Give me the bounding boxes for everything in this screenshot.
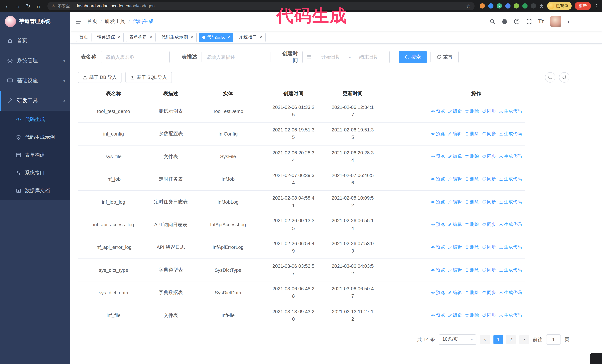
tab-0[interactable]: 首页 — [76, 32, 92, 42]
action-sync[interactable]: 同步 — [482, 131, 496, 137]
tab-4[interactable]: 代码生成 × — [199, 32, 234, 42]
action-eye[interactable]: 预览 — [431, 221, 445, 228]
action-edit[interactable]: 编辑 — [448, 312, 462, 318]
import-db-button[interactable]: 基于 DB 导入 — [78, 72, 122, 83]
action-delete[interactable]: 删除 — [465, 267, 479, 273]
action-sync[interactable]: 同步 — [482, 153, 496, 160]
extension-icon[interactable] — [480, 3, 485, 9]
action-download[interactable]: 生成代码 — [499, 199, 522, 205]
extension-icon[interactable] — [488, 3, 494, 9]
extension-icon[interactable] — [505, 3, 510, 9]
action-download[interactable]: 生成代码 — [499, 131, 522, 137]
sidebar-subitem-db[interactable]: 数据库文档 — [0, 182, 70, 200]
bookmark-star-icon[interactable]: ☆ — [466, 3, 471, 9]
hamburger-icon[interactable] — [75, 18, 82, 25]
action-sync[interactable]: 同步 — [482, 221, 496, 228]
close-icon[interactable]: × — [190, 35, 193, 40]
search-icon[interactable] — [489, 19, 495, 24]
import-sql-button[interactable]: 基于 SQL 导入 — [125, 72, 172, 83]
table-name-input[interactable] — [101, 51, 170, 63]
action-edit[interactable]: 编辑 — [448, 244, 462, 250]
table-desc-input[interactable] — [202, 51, 270, 63]
page-size-select[interactable]: 10条/页 ▾ — [439, 334, 476, 345]
tab-1[interactable]: 链路追踪 × — [94, 32, 124, 42]
action-download[interactable]: 生成代码 — [499, 312, 522, 318]
action-edit[interactable]: 编辑 — [448, 290, 462, 296]
browser-address-bar[interactable]: ⚠ 不安全 dashboard.yudao.iocoder.cn/tool/co… — [47, 2, 474, 10]
close-icon[interactable]: × — [150, 35, 152, 40]
action-delete[interactable]: 删除 — [465, 108, 479, 114]
action-delete[interactable]: 删除 — [465, 176, 479, 182]
action-edit[interactable]: 编辑 — [448, 199, 462, 205]
extension-icon[interactable] — [531, 3, 536, 9]
action-eye[interactable]: 预览 — [431, 153, 445, 160]
action-delete[interactable]: 删除 — [465, 199, 479, 205]
action-eye[interactable]: 预览 — [431, 108, 445, 114]
breadcrumb-parent[interactable]: 研发工具 — [105, 18, 125, 25]
tab-3[interactable]: 代码生成示例 × — [158, 32, 196, 42]
goto-page-input[interactable] — [546, 334, 561, 345]
action-delete[interactable]: 删除 — [465, 244, 479, 250]
action-eye[interactable]: 预览 — [431, 267, 445, 273]
action-download[interactable]: 生成代码 — [499, 176, 522, 182]
next-page-button[interactable]: › — [519, 335, 529, 344]
action-sync[interactable]: 同步 — [482, 267, 496, 273]
browser-menu-icon[interactable]: ⋮ — [594, 3, 598, 9]
chevron-down-icon[interactable]: ▾ — [568, 20, 570, 23]
breadcrumb-home[interactable]: 首页 — [87, 18, 97, 25]
action-download[interactable]: 生成代码 — [499, 153, 522, 160]
update-button[interactable]: 更新 — [575, 2, 591, 10]
action-delete[interactable]: 删除 — [465, 153, 479, 160]
prev-page-button[interactable]: ‹ — [480, 335, 490, 344]
close-icon[interactable]: × — [118, 35, 120, 40]
extension-icon[interactable] — [514, 3, 519, 9]
search-button[interactable]: 搜索 — [399, 51, 427, 63]
sidebar-item-home[interactable]: 首页 — [0, 31, 70, 51]
action-eye[interactable]: 预览 — [431, 244, 445, 250]
create-time-range[interactable]: 开始日期 - 结束日期 — [302, 51, 390, 63]
action-edit[interactable]: 编辑 — [448, 108, 462, 114]
action-edit[interactable]: 编辑 — [448, 131, 462, 137]
help-icon[interactable] — [514, 19, 520, 24]
action-download[interactable]: 生成代码 — [499, 290, 522, 296]
action-eye[interactable]: 预览 — [431, 290, 445, 296]
action-sync[interactable]: 同步 — [482, 108, 496, 114]
sidebar-subitem-shield[interactable]: 代码生成示例 — [0, 128, 70, 146]
puzzle-icon[interactable] — [539, 3, 544, 9]
close-icon[interactable]: × — [259, 35, 262, 40]
action-download[interactable]: 生成代码 — [499, 221, 522, 228]
browser-back-icon[interactable]: ← — [4, 2, 11, 10]
action-sync[interactable]: 同步 — [482, 312, 496, 318]
action-eye[interactable]: 预览 — [431, 176, 445, 182]
action-download[interactable]: 生成代码 — [499, 108, 522, 114]
action-edit[interactable]: 编辑 — [448, 267, 462, 273]
tab-2[interactable]: 表单构建 × — [126, 32, 156, 42]
sidebar-subitem-api[interactable]: 系统接口 — [0, 164, 70, 182]
action-sync[interactable]: 同步 — [482, 199, 496, 205]
sidebar-item-gear[interactable]: 系统管理 ▾ — [0, 51, 70, 71]
github-icon[interactable] — [501, 19, 507, 24]
sidebar-subitem-code[interactable]: </> 代码生成 — [0, 111, 70, 128]
page-button-1[interactable]: 1 — [494, 335, 503, 344]
action-sync[interactable]: 同步 — [482, 176, 496, 182]
fullscreen-icon[interactable] — [526, 19, 532, 24]
extension-icon[interactable] — [522, 3, 527, 9]
tab-5[interactable]: 系统接口 × — [236, 32, 266, 42]
app-logo[interactable]: 芋道管理系统 — [0, 12, 70, 31]
reset-button[interactable]: 重置 — [430, 51, 459, 63]
browser-reload-icon[interactable]: ↻ — [24, 2, 32, 10]
browser-forward-icon[interactable]: → — [14, 2, 22, 10]
action-eye[interactable]: 预览 — [431, 199, 445, 205]
action-edit[interactable]: 编辑 — [448, 221, 462, 228]
sidebar-subitem-form[interactable]: 表单构建 — [0, 146, 70, 164]
action-eye[interactable]: 预览 — [431, 312, 445, 318]
action-eye[interactable]: 预览 — [431, 131, 445, 137]
action-edit[interactable]: 编辑 — [448, 153, 462, 160]
extension-icon[interactable]: V — [497, 3, 502, 9]
hide-search-button[interactable] — [545, 72, 555, 83]
user-avatar[interactable] — [550, 16, 561, 27]
font-size-icon[interactable]: TT — [538, 18, 544, 25]
action-sync[interactable]: 同步 — [482, 244, 496, 250]
action-delete[interactable]: 删除 — [465, 221, 479, 228]
sidebar-item-platform[interactable]: 基础设施 ▾ — [0, 71, 70, 91]
